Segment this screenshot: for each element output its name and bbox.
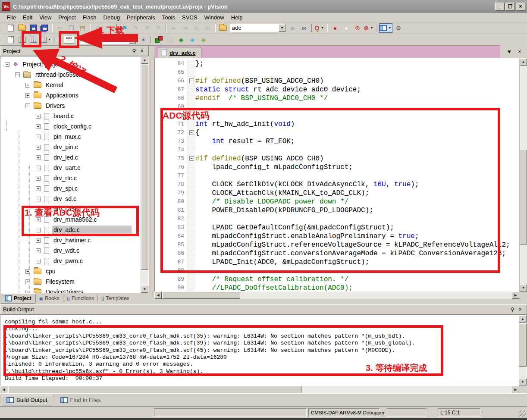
- toggle-bookmark-button[interactable]: ⚑: [119, 23, 130, 33]
- window-layout-dropdown-icon[interactable]: ▼: [388, 26, 392, 29]
- tree-item-rtthread-lpc55s6x[interactable]: −rtthread-lpc55s6x: [1, 69, 140, 80]
- find-in-files-button[interactable]: ⌕: [288, 23, 298, 33]
- kill-breakpoints-button[interactable]: ⊘: [352, 23, 363, 33]
- tree-item-drv-adc-c[interactable]: +drv_adc.c: [1, 225, 140, 235]
- tree-item-drv-sd-c[interactable]: +drv_sd.c: [1, 194, 140, 204]
- build-output-log[interactable]: compiling fsl_sdmmc_host.c...linking....…: [0, 315, 518, 386]
- tree-item-drv-i2c-c[interactable]: +drv_i2c.c: [1, 204, 140, 214]
- disable-breakpoint-button[interactable]: ●: [341, 23, 351, 33]
- menu-file[interactable]: File: [3, 13, 19, 22]
- tree-item-pin-mux-c[interactable]: +pin_mux.c: [1, 132, 140, 142]
- panel-tab-project[interactable]: Project: [1, 293, 35, 304]
- tree-item-kernel[interactable]: +Kernel: [1, 80, 140, 90]
- tree-item-drv-wdt-c[interactable]: +drv_wdt.c: [1, 245, 140, 256]
- breakpoint-options-dropdown-icon[interactable]: ▼: [370, 26, 374, 29]
- tree-item-applications[interactable]: +Applications: [1, 90, 140, 100]
- download-button[interactable]: LOAD↓↓: [64, 35, 74, 44]
- menu-debug[interactable]: Debug: [100, 13, 123, 22]
- search-combo[interactable]: adc▼: [230, 24, 286, 32]
- scroll-thumb[interactable]: [141, 65, 148, 270]
- scroll-up-icon[interactable]: ▲: [519, 315, 527, 323]
- tree-item-drv-pin-c[interactable]: +drv_pin.c: [1, 142, 140, 152]
- bottom-tab-find-in-files[interactable]: Find In Files: [56, 395, 105, 405]
- expand-icon[interactable]: +: [36, 217, 41, 222]
- tree-item-drv-uart-c[interactable]: +drv_uart.c: [1, 163, 140, 173]
- build-output-vscrollbar[interactable]: ▲ ▼: [519, 315, 527, 386]
- scroll-thumb[interactable]: [8, 386, 301, 393]
- expand-icon[interactable]: +: [36, 259, 41, 263]
- menu-view[interactable]: View: [36, 13, 55, 22]
- expand-icon[interactable]: +: [36, 197, 41, 201]
- tree-item-drv-rtc-c[interactable]: +drv_rtc.c: [1, 173, 140, 183]
- menu-window[interactable]: Window: [201, 13, 227, 22]
- scroll-thumb[interactable]: [519, 323, 527, 367]
- expand-icon[interactable]: +: [36, 124, 41, 129]
- pin-icon[interactable]: ⚲: [130, 47, 138, 54]
- expand-icon[interactable]: +: [36, 176, 41, 181]
- menu-flash[interactable]: Flash: [79, 13, 100, 22]
- batch-build-button[interactable]: ↓↓▼: [39, 35, 52, 44]
- collapse-icon[interactable]: −: [5, 62, 9, 67]
- tree-item-clock-config-c[interactable]: +clock_config.c: [1, 121, 140, 132]
- search-combo-dropdown-icon[interactable]: ▼: [279, 24, 285, 32]
- filter-software-packs-button[interactable]: ◈: [187, 35, 198, 44]
- scroll-left-icon[interactable]: ◀: [0, 386, 7, 393]
- scroll-up-icon[interactable]: ▲: [520, 58, 527, 66]
- panel-tab-books[interactable]: ◉Books: [36, 293, 63, 304]
- debug-session-button[interactable]: Q▼: [314, 23, 325, 33]
- tree-item-drv-spi-c[interactable]: +drv_spi.c: [1, 183, 140, 194]
- scroll-right-icon[interactable]: ▶: [512, 386, 519, 393]
- translate-file-button[interactable]: ↓: [6, 35, 16, 44]
- find-button[interactable]: ∞: [299, 23, 309, 33]
- expand-icon[interactable]: +: [36, 135, 41, 139]
- tree-item-devicedrivers[interactable]: +DeviceDrivers: [1, 287, 140, 293]
- expand-icon[interactable]: +: [36, 186, 41, 191]
- fold-collapse-icon[interactable]: −: [189, 78, 194, 83]
- scroll-up-icon[interactable]: ▲: [141, 56, 148, 64]
- menu-svcs[interactable]: SVCS: [179, 13, 201, 22]
- panel-splitter[interactable]: [149, 46, 154, 304]
- expand-icon[interactable]: +: [25, 93, 30, 98]
- scroll-down-icon[interactable]: ▼: [141, 285, 148, 293]
- menu-project[interactable]: Project: [55, 13, 79, 22]
- target-combo[interactable]: rtthread-lpc55s6x▼: [76, 35, 136, 44]
- close-panel-icon[interactable]: ×: [516, 306, 524, 313]
- fold-collapse-icon[interactable]: −: [189, 156, 194, 161]
- close-panel-icon[interactable]: ×: [138, 47, 146, 54]
- fold-collapse-icon[interactable]: −: [189, 130, 194, 135]
- scroll-thumb[interactable]: [520, 150, 527, 244]
- expand-icon[interactable]: +: [25, 83, 30, 88]
- collapse-icon[interactable]: −: [25, 103, 30, 108]
- close-button[interactable]: ×: [516, 3, 525, 11]
- tree-item-cpu[interactable]: +cpu: [1, 266, 140, 276]
- code-area[interactable]: 64};6566−#if defined(BSP_USING_ADC0_CH0)…: [155, 58, 519, 291]
- rebuild-all-button[interactable]: ↓↓: [28, 35, 38, 44]
- save-button[interactable]: [28, 23, 38, 33]
- find-in-files-dialog-button[interactable]: [218, 23, 228, 33]
- tree-item-project-project[interactable]: −❖Project: project: [1, 59, 140, 69]
- collapse-icon[interactable]: −: [15, 72, 20, 77]
- copy-button[interactable]: ❐: [66, 23, 76, 33]
- project-tree-scrollbar[interactable]: ▲ ▼: [141, 56, 148, 293]
- scroll-down-icon[interactable]: ▼: [519, 378, 527, 386]
- expand-icon[interactable]: +: [36, 228, 41, 232]
- window-list-dropdown-icon[interactable]: ▼: [505, 48, 513, 55]
- editor-tab-drv-adc[interactable]: drv_adc.c: [158, 47, 201, 58]
- close-document-icon[interactable]: ×: [516, 48, 524, 55]
- bottom-tab-build-output[interactable]: Build Output: [2, 395, 52, 405]
- minimize-button[interactable]: _: [495, 3, 505, 11]
- scroll-thumb[interactable]: [163, 291, 240, 299]
- expand-icon[interactable]: +: [36, 166, 41, 170]
- pin-icon[interactable]: ⚲: [508, 306, 516, 313]
- panel-tab-templates[interactable]: []Templates: [98, 293, 133, 304]
- menu-help[interactable]: Help: [228, 13, 246, 22]
- open-file-button[interactable]: [17, 23, 27, 33]
- expand-icon[interactable]: +: [36, 114, 41, 119]
- resize-grip[interactable]: [519, 411, 526, 417]
- build-output-hscrollbar[interactable]: ◀ ▶: [0, 386, 527, 393]
- save-all-button[interactable]: [39, 23, 50, 33]
- window-layout-button[interactable]: ▼: [379, 23, 392, 33]
- target-combo-dropdown-icon[interactable]: ▼: [129, 36, 136, 44]
- scroll-left-icon[interactable]: ◀: [154, 291, 162, 299]
- editor-hscrollbar[interactable]: ◀ ▶: [154, 291, 527, 299]
